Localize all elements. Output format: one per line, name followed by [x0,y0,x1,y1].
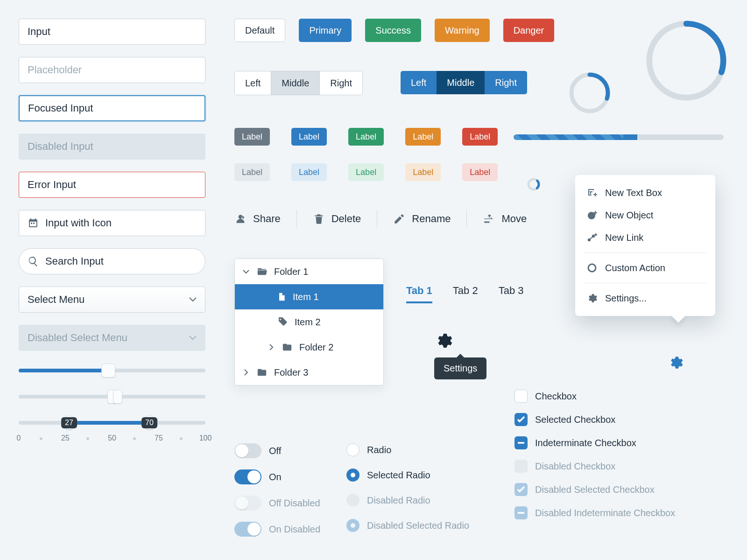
checkbox-disabled-indeterminate: Disabled Indeterminate Checkbox [514,506,675,519]
radio-disabled: Disabled Radio [346,494,469,507]
label-orange: Label [405,128,441,146]
button-danger[interactable]: Danger [503,19,555,42]
segment-light-middle[interactable]: Middle [271,71,320,95]
label-blue: Label [291,128,327,146]
tab-1[interactable]: Tab 1 [406,285,432,303]
checkbox-box[interactable] [514,390,528,403]
progress-ring-small [569,72,611,114]
segment-blue-left[interactable]: Left [401,71,437,94]
tree-folder-3[interactable]: Folder 3 [235,360,383,385]
chevron-down-icon [242,268,250,275]
tree-folder-1[interactable]: Folder 1 [235,259,383,284]
button-default[interactable]: Default [234,19,285,42]
segment-light-right[interactable]: Right [320,71,362,95]
radio-dot[interactable] [346,469,359,482]
share-icon [234,213,247,225]
checkbox-box[interactable] [514,413,528,426]
link-plus-icon [586,232,598,243]
radio-selected[interactable]: Selected Radio [346,469,469,482]
menu-new-object[interactable]: New Object [575,204,715,226]
select-menu[interactable]: Select Menu [19,287,205,313]
slider-ranged[interactable]: 27 70 [19,415,205,430]
circle-plus-icon [586,210,598,221]
segment-light-left[interactable]: Left [235,71,271,95]
toggle-off-disabled: Off Disabled [234,496,320,511]
text-input-with-icon[interactable]: Input with Icon [19,210,205,236]
segment-light[interactable]: Left Middle Right [234,71,363,95]
progress-bar [514,134,724,140]
search-icon [28,256,39,267]
checkbox-box[interactable] [514,436,528,449]
search-input[interactable]: Search Input [19,248,205,274]
menu-settings[interactable]: Settings... [575,287,715,309]
text-input-focused[interactable]: Focused Input [19,95,205,121]
button-warning[interactable]: Warning [435,19,490,42]
menu-custom-action[interactable]: Custom Action [575,257,715,279]
radio-unselected[interactable]: Radio [346,443,469,456]
radio-list: Radio Selected Radio Disabled Radio Disa… [346,443,469,532]
tooltip: Settings [434,357,486,379]
tree-view[interactable]: Folder 1 Item 1 Item 2 Folder 2 Folder 3 [234,259,384,385]
toolbar-delete[interactable]: Delete [313,213,361,225]
text-input[interactable]: Input [19,19,205,45]
menu-new-text-box[interactable]: New Text Box [575,182,715,204]
radio-disabled-selected: Disabled Selected Radio [346,519,469,532]
slider-low-tooltip: 27 [61,417,77,428]
toolbar-share[interactable]: Share [234,213,281,225]
checkbox-box [514,483,528,496]
tab-3[interactable]: Tab 3 [499,285,524,303]
button-success[interactable]: Success [365,19,421,42]
label-green: Label [348,128,384,146]
menu-new-link[interactable]: New Link [575,226,715,249]
toggle-off[interactable]: Off [234,443,320,458]
pencil-icon [393,213,405,225]
gear-icon[interactable] [668,355,684,371]
checkbox-unchecked[interactable]: Checkbox [514,390,675,403]
checkbox-selected[interactable]: Selected Checkbox [514,413,675,426]
trash-icon [313,213,325,225]
toggle-on[interactable]: On [234,469,320,484]
svg-point-0 [280,319,281,320]
gear-icon [586,293,598,304]
segment-blue-right[interactable]: Right [485,71,527,94]
select-value: Select Menu [28,294,85,306]
tree-folder-2[interactable]: Folder 2 [235,335,383,360]
slider-double-thumb[interactable] [19,389,205,404]
input-value: Search Input [45,255,104,267]
chevron-right-icon [268,343,275,351]
context-menu[interactable]: New Text Box New Object New Link Custom … [575,175,715,316]
input-value: Disabled Input [28,140,93,153]
label-soft-green: Label [348,163,384,181]
action-toolbar: Share Delete Rename Move [234,210,527,228]
file-icon [277,291,286,302]
label-red: Label [462,128,498,146]
tab-2[interactable]: Tab 2 [453,285,478,303]
svg-point-10 [588,264,596,272]
input-placeholder: Placeholder [28,64,82,76]
slider-high-tooltip: 70 [141,417,157,428]
label-row-solid: Label Label Label Label Label [234,128,498,146]
segment-blue-middle[interactable]: Middle [437,71,485,94]
radio-dot[interactable] [346,443,359,456]
slider-single[interactable] [19,363,205,378]
toolbar-move[interactable]: Move [483,213,527,225]
switch[interactable] [234,443,261,458]
input-value: Focused Input [28,102,93,114]
tree-item-2[interactable]: Item 2 [235,309,383,335]
folder-icon [256,367,268,378]
input-value: Error Input [28,179,76,191]
text-input-placeholder[interactable]: Placeholder [19,57,205,83]
label-gray: Label [234,128,270,146]
segment-blue[interactable]: Left Middle Right [401,71,527,94]
tree-item-1[interactable]: Item 1 [235,284,383,309]
label-soft-orange: Label [405,163,441,181]
tab-bar[interactable]: Tab 1 Tab 2 Tab 3 [406,285,523,303]
label-soft-gray: Label [234,163,270,181]
switch[interactable] [234,469,261,484]
text-input-error[interactable]: Error Input [19,172,205,198]
checkbox-indeterminate[interactable]: Indeterminate Checkbox [514,436,675,449]
button-primary[interactable]: Primary [299,19,352,42]
toolbar-rename[interactable]: Rename [393,213,451,225]
select-menu-disabled: Disabled Select Menu [19,325,205,351]
gear-icon[interactable] [434,331,453,350]
